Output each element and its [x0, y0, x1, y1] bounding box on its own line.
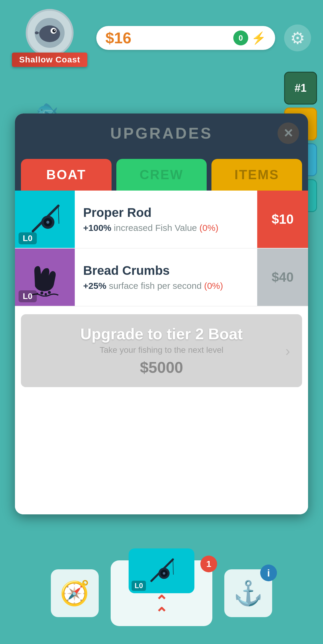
bread-crumbs-price: $40 — [272, 270, 293, 285]
proper-rod-level: L0 — [19, 232, 37, 244]
upgrade-item-proper-rod: L0 Proper Rod +100% increased Fish Value… — [15, 191, 308, 249]
tab-boat-label: BOAT — [46, 167, 86, 182]
modal-header: UPGRADES ✕ — [15, 114, 308, 153]
proper-rod-name: Proper Rod — [83, 206, 249, 220]
svg-line-19 — [173, 559, 173, 575]
bread-crumbs-buy-button[interactable]: $40 — [257, 249, 308, 306]
svg-point-12 — [45, 293, 47, 295]
modal-empty-area — [15, 395, 308, 514]
avatar-fish-icon — [33, 16, 66, 49]
svg-line-10 — [58, 206, 59, 224]
proper-rod-buy-button[interactable]: $10 — [257, 191, 308, 248]
bread-crumbs-icon-box: L0 — [15, 249, 75, 306]
proper-rod-price: $10 — [272, 212, 293, 227]
upgrade-chevrons: ⌃ ⌃ — [155, 595, 168, 620]
bread-crumbs-desc-pct: (0%) — [204, 281, 223, 291]
upgrade-thumb-box: L0 — [129, 548, 194, 593]
upgrade-item-bread-crumbs: L0 Bread Crumbs +25% surface fish per se… — [15, 249, 308, 306]
rank-label: #1 — [295, 82, 307, 94]
close-button[interactable]: ✕ — [278, 122, 299, 144]
anchor-button[interactable]: i ⚓ — [224, 569, 272, 617]
upgrade-badge-count: 1 — [200, 556, 217, 572]
svg-point-11 — [40, 292, 43, 295]
anchor-icon: ⚓ — [233, 579, 263, 607]
lightning-icon: ⚡ — [251, 31, 266, 45]
avatar-container: Shallow Coast — [12, 9, 87, 67]
bread-crumbs-name: Bread Crumbs — [83, 263, 249, 278]
bread-crumbs-pct-prefix: +25% — [83, 281, 106, 291]
tier-upgrade-title: Upgrade to tier 2 Boat — [33, 325, 290, 343]
top-bar: Shallow Coast $16 0 ⚡ ⚙ — [0, 9, 323, 67]
upgrade-list: L0 Proper Rod +100% increased Fish Value… — [15, 191, 308, 514]
modal-title: UPGRADES — [27, 124, 296, 142]
upgrade-modal: UPGRADES ✕ BOAT CREW ITEMS — [15, 114, 308, 514]
currency-bar: $16 0 ⚡ — [96, 26, 275, 50]
bread-crumbs-desc: +25% surface fish per second (0%) — [83, 281, 249, 291]
compass-icon: 🧭 — [60, 579, 90, 607]
svg-point-1 — [39, 25, 60, 42]
bottom-bar: 🧭 1 L0 ⌃ ⌃ i ⚓ — [0, 560, 323, 626]
upgrade-center-button[interactable]: 1 L0 ⌃ ⌃ — [111, 560, 212, 626]
energy-count: 0 — [233, 30, 248, 45]
tab-items-label: ITEMS — [234, 167, 279, 182]
location-label: Shallow Coast — [12, 53, 87, 67]
svg-point-3 — [52, 29, 56, 33]
anchor-badge: i — [260, 565, 277, 581]
proper-rod-desc-pct: (0%) — [199, 223, 218, 233]
tab-boat[interactable]: BOAT — [21, 159, 112, 191]
tier-upgrade-row: Upgrade to tier 2 Boat Take your fishing… — [15, 306, 308, 395]
tier-upgrade-subtitle: Take your fishing to the next level — [33, 345, 290, 355]
proper-rod-icon-box: L0 — [15, 191, 75, 248]
tab-crew[interactable]: CREW — [116, 159, 207, 191]
proper-rod-desc: +100% increased Fish Value (0%) — [83, 223, 249, 233]
bread-crumbs-level: L0 — [19, 290, 37, 302]
compass-button[interactable]: 🧭 — [51, 569, 99, 617]
close-icon: ✕ — [283, 126, 293, 140]
svg-point-4 — [54, 30, 55, 31]
bread-crumbs-info: Bread Crumbs +25% surface fish per secon… — [75, 249, 257, 306]
svg-point-9 — [46, 221, 49, 224]
rank-button[interactable]: #1 — [284, 72, 317, 105]
proper-rod-info: Proper Rod +100% increased Fish Value (0… — [75, 191, 257, 248]
tab-items[interactable]: ITEMS — [211, 159, 302, 191]
tier-upgrade-price: $5000 — [33, 358, 290, 376]
avatar — [26, 9, 74, 57]
gear-icon: ⚙ — [290, 28, 305, 48]
energy-container: 0 ⚡ — [233, 30, 266, 45]
proper-rod-desc-main: increased Fish Value — [111, 223, 199, 233]
currency-amount: $16 — [105, 29, 131, 47]
svg-point-18 — [163, 572, 165, 574]
tier-upgrade-button[interactable]: Upgrade to tier 2 Boat Take your fishing… — [21, 314, 302, 387]
settings-button[interactable]: ⚙ — [284, 24, 311, 51]
proper-rod-pct-prefix: +100% — [83, 223, 111, 233]
chevron-up-2-icon: ⌃ — [155, 608, 168, 620]
tabs-row: BOAT CREW ITEMS — [15, 153, 308, 191]
svg-point-14 — [48, 291, 51, 294]
thumb-level: L0 — [132, 581, 146, 591]
bread-crumbs-desc-main: surface fish per second — [106, 281, 204, 291]
tab-crew-label: CREW — [140, 167, 183, 182]
upgrade-thumb-icon — [145, 554, 178, 587]
tier-chevron-icon: › — [285, 343, 290, 359]
